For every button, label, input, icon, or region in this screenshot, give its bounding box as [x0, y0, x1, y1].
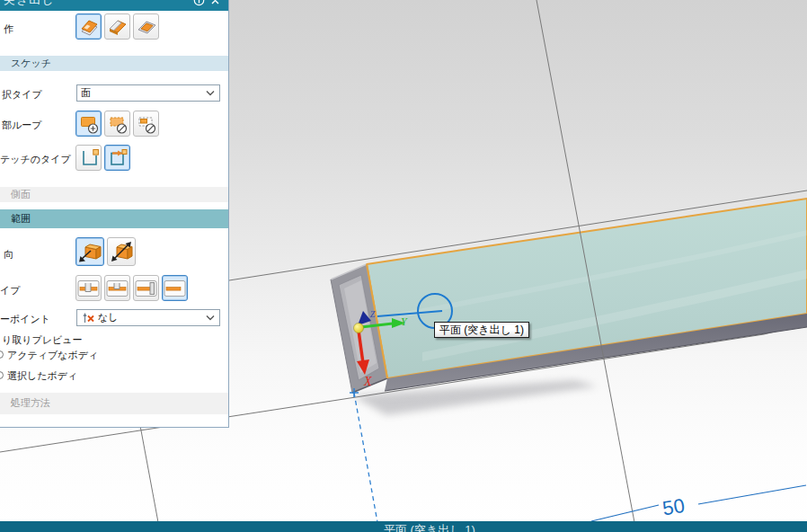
open-profile-icon [78, 147, 100, 168]
loop-add-button[interactable] [75, 111, 102, 137]
chevron-down-icon [206, 315, 215, 321]
inner-loop-label: 部ループ [2, 119, 42, 132]
loop-add-icon [79, 114, 99, 134]
dimension-line-right [698, 485, 806, 504]
info-icon[interactable] [193, 0, 205, 6]
select-type-dropdown[interactable]: 面 [76, 84, 220, 102]
operation-cut-button[interactable] [104, 13, 130, 40]
direction-both-icon [109, 239, 134, 264]
loop-ignore-button[interactable] [104, 111, 130, 137]
boss-chip-icon [77, 15, 101, 39]
active-body-option[interactable]: アクティブなボディ [7, 349, 98, 362]
triad-origin-ball[interactable] [354, 324, 364, 333]
closed-profile-icon [107, 147, 129, 168]
method-section-header[interactable]: 処理方法 [0, 393, 228, 414]
extent-to-face-icon [135, 279, 158, 297]
extent-type-buttons [75, 275, 188, 301]
keypoint-label: ーポイント [0, 313, 50, 326]
loop-ignore-outer-icon [137, 114, 156, 134]
select-type-value: 面 [81, 86, 91, 100]
direction-one-side-button[interactable] [75, 237, 104, 266]
dimension-value[interactable]: 50 [661, 494, 686, 520]
select-type-label: 択タイプ [2, 88, 42, 102]
direction-buttons [75, 237, 136, 266]
extent-through-all-icon [77, 279, 101, 297]
sketch-type-label: テッチのタイプ [0, 153, 71, 166]
sketch-type-closed-button[interactable] [104, 145, 130, 171]
flat-chip-icon [135, 15, 158, 39]
dimension-50[interactable]: 50 [591, 485, 806, 521]
status-text: 平面 (突き出し 1) [384, 522, 475, 532]
extrude-dialog: 突き出し 作 [0, 0, 229, 428]
operation-label: 作 [4, 22, 13, 36]
extent-to-next-button[interactable] [104, 275, 130, 301]
loop-ignore-icon [108, 114, 128, 134]
keypoint-none-icon [81, 311, 95, 324]
sketch-type-buttons [75, 145, 130, 171]
extent-blind-button[interactable] [162, 275, 188, 301]
chevron-down-icon [206, 90, 215, 96]
extent-to-next-icon [106, 279, 129, 297]
construction-dashed-line [354, 393, 377, 522]
sketch-type-open-button[interactable] [75, 145, 102, 171]
selected-body-option[interactable]: 選択したボディ [7, 369, 77, 383]
operation-surface-button[interactable] [133, 13, 159, 40]
selected-body-radio[interactable] [0, 371, 4, 379]
side-section-header[interactable]: 側面 [0, 187, 228, 202]
loop-ignore-outer-button[interactable] [133, 111, 159, 137]
cut-preview-option[interactable]: り取りプレビュー [2, 333, 83, 347]
cut-chip-icon [106, 15, 129, 39]
status-bar: 平面 (突き出し 1) [0, 521, 807, 532]
extent-section-header[interactable]: 範囲 [0, 209, 228, 228]
dialog-titlebar[interactable]: 突き出し [0, 0, 228, 11]
extent-through-all-button[interactable] [75, 275, 102, 301]
keypoint-value: なし [98, 311, 119, 324]
dimension-line-left [591, 505, 659, 521]
active-body-radio[interactable] [0, 350, 4, 359]
extent-blind-icon [164, 279, 187, 297]
hover-tooltip: 平面 (突き出し 1) [434, 322, 529, 338]
sketch-section-header[interactable]: スケッチ [0, 56, 228, 71]
z-axis-label: Z [370, 309, 376, 319]
direction-single-icon [77, 239, 102, 264]
keypoint-dropdown[interactable]: なし [76, 309, 220, 326]
extent-type-label: イプ [0, 284, 21, 297]
extent-to-face-button[interactable] [133, 275, 159, 301]
inner-loop-buttons [75, 111, 159, 137]
direction-both-sides-button[interactable] [107, 237, 136, 266]
close-icon[interactable] [209, 0, 221, 6]
operation-buttons [75, 13, 159, 40]
operation-add-button[interactable] [75, 13, 102, 40]
dialog-title: 突き出し [4, 0, 55, 8]
direction-label: 向 [4, 248, 13, 262]
x-axis-label: X [363, 375, 372, 388]
